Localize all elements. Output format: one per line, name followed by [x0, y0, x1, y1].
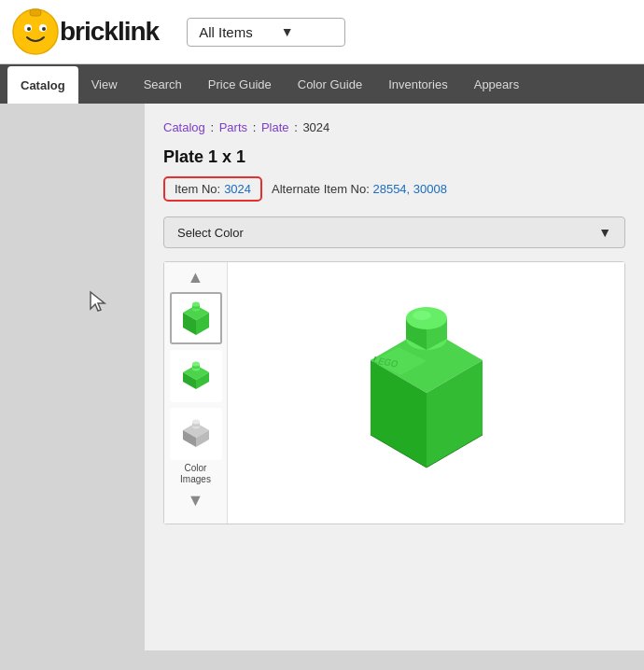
- color-select-dropdown[interactable]: Select Color ▼: [163, 216, 625, 248]
- part-title: Plate 1 x 1: [163, 147, 625, 167]
- thumb-scroll-up[interactable]: ▲: [164, 266, 227, 289]
- color-select-label: Select Color: [177, 226, 244, 240]
- sidebar: [0, 104, 145, 650]
- breadcrumb: Catalog : Parts : Plate : 3024: [163, 120, 625, 134]
- nav-appears[interactable]: Appears: [461, 64, 532, 104]
- thumb-brick-flat-icon: [175, 357, 217, 395]
- all-items-dropdown[interactable]: All Items ▼: [187, 18, 345, 47]
- item-no-row: Item No: 3024 Alternate Item No: 28554, …: [163, 176, 625, 202]
- breadcrumb-catalog-link[interactable]: Catalog: [163, 120, 205, 134]
- color-images-label: Color Images: [164, 463, 227, 489]
- logo-text: bricklink: [60, 17, 159, 47]
- breadcrumb-sep-3: :: [294, 120, 301, 134]
- item-no-box: Item No: 3024: [163, 176, 262, 202]
- thumbnails-column: ▲: [164, 262, 228, 523]
- alternate-label: Alternate Item No: 28554, 30008: [272, 182, 447, 196]
- item-no-value[interactable]: 3024: [224, 182, 251, 196]
- svg-marker-6: [91, 292, 105, 311]
- bricklink-logo-icon: [11, 7, 60, 56]
- nav-price-guide[interactable]: Price Guide: [195, 64, 285, 104]
- main-image-area: LEGO: [228, 262, 624, 523]
- svg-point-4: [42, 27, 46, 31]
- dropdown-arrow-icon: ▼: [281, 24, 294, 39]
- svg-point-18: [192, 362, 200, 367]
- logo-area: bricklink: [11, 7, 159, 56]
- item-no-label: Item No:: [175, 182, 220, 196]
- nav-view[interactable]: View: [78, 64, 131, 104]
- svg-rect-5: [30, 9, 41, 16]
- breadcrumb-parts-link[interactable]: Parts: [219, 120, 247, 134]
- navbar: Catalog View Search Price Guide Color Gu…: [0, 64, 644, 104]
- svg-point-12: [192, 302, 200, 307]
- svg-point-24: [192, 420, 200, 425]
- nav-color-guide[interactable]: Color Guide: [285, 64, 375, 104]
- nav-search[interactable]: Search: [131, 64, 195, 104]
- thumb-brick-gray-icon: [175, 415, 217, 453]
- color-select-arrow-icon: ▼: [598, 225, 611, 240]
- header: bricklink All Items ▼: [0, 0, 644, 64]
- thumb-scroll-down[interactable]: ▼: [164, 489, 227, 512]
- thumbnail-3[interactable]: [170, 408, 222, 460]
- mouse-cursor-icon: [89, 290, 107, 313]
- content-area: Catalog : Parts : Plate : 3024 Plate 1 x…: [145, 104, 644, 650]
- nav-inventories[interactable]: Inventories: [375, 64, 461, 104]
- svg-point-33: [413, 311, 431, 320]
- breadcrumb-number: 3024: [302, 120, 329, 134]
- thumbnail-1[interactable]: [170, 292, 222, 344]
- breadcrumb-sep-2: :: [253, 120, 259, 134]
- main-area: Catalog : Parts : Plate : 3024 Plate 1 x…: [0, 104, 644, 650]
- dropdown-label: All Items: [199, 24, 253, 40]
- image-panel: ▲: [163, 261, 625, 524]
- thumbnail-2[interactable]: [170, 350, 222, 402]
- breadcrumb-sep-1: :: [210, 120, 217, 134]
- svg-point-3: [27, 27, 31, 31]
- thumb-brick-3d-icon: [175, 300, 217, 337]
- main-brick-image: LEGO: [315, 290, 539, 496]
- nav-catalog[interactable]: Catalog: [7, 66, 78, 104]
- alt-links[interactable]: 28554, 30008: [372, 182, 447, 196]
- breadcrumb-plate-link[interactable]: Plate: [261, 120, 289, 134]
